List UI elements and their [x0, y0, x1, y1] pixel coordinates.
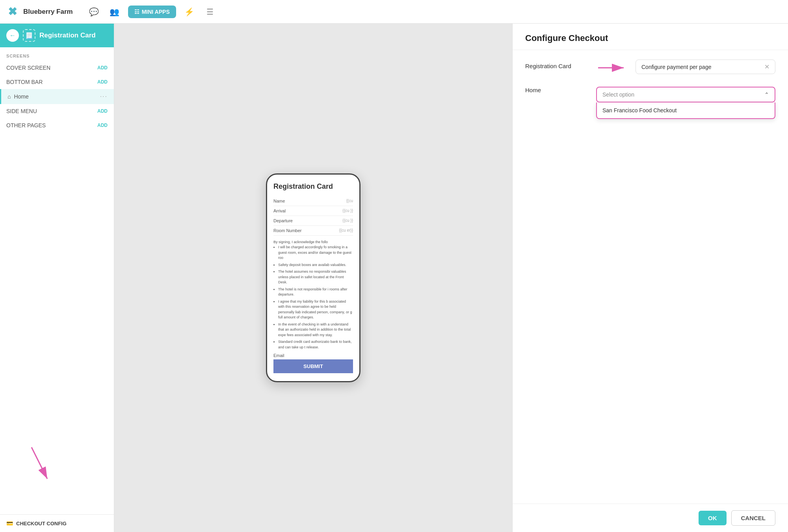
phone-field-name: Name {{cu [273, 196, 353, 206]
right-panel-footer: OK CANCEL [513, 504, 788, 532]
phone-content: Registration Card Name {{cu Arrival {{cu… [267, 175, 359, 381]
ok-button[interactable]: OK [699, 511, 727, 525]
home-dropdown-placeholder: Select option [602, 91, 634, 98]
phone-field-arrival-value: {{cu }} [342, 208, 353, 213]
home-item-menu-icon[interactable]: ··· [100, 93, 108, 100]
cover-screen-add-button[interactable]: ADD [97, 65, 108, 71]
clear-payment-button[interactable]: ✕ [764, 63, 769, 71]
registration-card-config-row: Registration Card Configure pay [525, 60, 775, 74]
home-row-label: Home [525, 84, 588, 93]
home-dropdown-trigger[interactable]: Select option ⌃ [596, 87, 775, 102]
right-panel-header: Configure Checkout [513, 24, 788, 50]
svg-line-1 [32, 447, 47, 479]
home-label: Home [14, 93, 28, 100]
dropdown-chevron-icon: ⌃ [764, 91, 769, 98]
cover-screen-label: COVER SCREEN [6, 65, 50, 71]
sidebar-item-home[interactable]: ⌂ Home ··· [0, 89, 114, 104]
sidebar-header: ← 📃 Registration Card [0, 24, 114, 47]
configure-payment-text: Configure payment per page [641, 64, 711, 70]
registration-card-row-label: Registration Card [525, 60, 588, 69]
phone-field-name-label: Name [273, 199, 285, 203]
back-button[interactable]: ← [6, 29, 19, 42]
home-item-left: ⌂ Home [7, 93, 29, 100]
home-config-value: Select option ⌃ San Francisco Food Check… [596, 84, 775, 102]
mini-apps-button[interactable]: ☷ MINI APPS [128, 6, 176, 18]
phone-preview-title: Registration Card [273, 182, 353, 191]
phone-submit-button[interactable]: SUBMIT [273, 359, 353, 373]
app-name: Blueberry Farm [23, 8, 73, 16]
phone-field-room-value: {{cu er}} [339, 228, 353, 233]
main-layout: ← 📃 Registration Card SCREENS COVER SCRE… [0, 24, 788, 532]
home-dropdown-container: Select option ⌃ San Francisco Food Check… [596, 87, 775, 102]
top-nav: ✖ Blueberry Farm 💬 👥 ☷ MINI APPS ⚡ ☰ [0, 0, 788, 24]
pink-right-arrow-annotation [596, 62, 628, 74]
home-dropdown-menu: San Francisco Food Checkout [596, 102, 775, 119]
checkout-config-label: CHECKOUT CONFIG [16, 521, 67, 526]
mini-apps-label: MINI APPS [142, 9, 170, 15]
sidebar-item-cover-screen[interactable]: COVER SCREEN ADD [0, 61, 114, 75]
lightning-icon[interactable]: ⚡ [182, 5, 197, 19]
pink-arrow-annotation [24, 443, 71, 491]
right-panel-body: Registration Card Configure pay [513, 50, 788, 504]
left-sidebar: ← 📃 Registration Card SCREENS COVER SCRE… [0, 24, 114, 532]
configure-payment-input[interactable]: Configure payment per page ✕ [636, 60, 775, 74]
screens-section-label: SCREENS [0, 47, 114, 61]
phone-field-departure: Departure {{cu }} [273, 216, 353, 226]
phone-field-departure-value: {{cu }} [342, 218, 353, 223]
registration-card-icon: 📃 [23, 29, 35, 42]
bottom-bar-label: BOTTOM BAR [6, 79, 43, 85]
dropdown-option-sf-food[interactable]: San Francisco Food Checkout [597, 102, 775, 118]
phone-field-departure-label: Departure [273, 218, 293, 223]
side-menu-add-button[interactable]: ADD [97, 108, 108, 114]
sidebar-item-other-pages[interactable]: OTHER PAGES ADD [0, 118, 114, 132]
phone-policy-text: By signing, I acknowledge the follo I wi… [273, 240, 353, 350]
other-pages-label: OTHER PAGES [6, 122, 46, 128]
phone-field-room-number: Room Number {{cu er}} [273, 226, 353, 236]
phone-field-arrival-label: Arrival [273, 208, 286, 213]
right-panel: Configure Checkout Registration Card [512, 24, 788, 532]
center-preview-area: Registration Card Name {{cu Arrival {{cu… [114, 24, 512, 532]
list-icon[interactable]: ☰ [203, 5, 217, 19]
phone-field-arrival: Arrival {{cu }} [273, 206, 353, 216]
chat-icon[interactable]: 💬 [87, 5, 101, 19]
other-pages-add-button[interactable]: ADD [97, 123, 108, 128]
back-arrow-icon: ← [9, 32, 16, 39]
checkout-config-footer[interactable]: 💳 CHECKOUT CONFIG [0, 514, 114, 532]
checkout-config-icon: 💳 [6, 520, 13, 526]
bottom-bar-add-button[interactable]: ADD [97, 79, 108, 85]
logo-icon: ✖ [8, 5, 17, 18]
registration-card-config-value: Configure payment per page ✕ [636, 60, 775, 74]
team-icon[interactable]: 👥 [108, 5, 122, 19]
sidebar-item-bottom-bar[interactable]: BOTTOM BAR ADD [0, 75, 114, 89]
phone-field-room-label: Room Number [273, 228, 302, 233]
side-menu-label: SIDE MENU [6, 108, 37, 114]
phone-mockup: Registration Card Name {{cu Arrival {{cu… [266, 173, 361, 383]
phone-email-label: Email [273, 353, 353, 358]
home-config-row: Home Select option ⌃ San Francisco Food … [525, 84, 775, 102]
cancel-button[interactable]: CANCEL [731, 510, 776, 526]
dropdown-option-sf-food-label: San Francisco Food Checkout [602, 107, 676, 113]
sidebar-title: Registration Card [39, 32, 96, 39]
home-icon: ⌂ [7, 93, 11, 100]
configure-checkout-title: Configure Checkout [525, 33, 775, 43]
phone-field-name-value: {{cu [346, 199, 353, 203]
sidebar-item-side-menu[interactable]: SIDE MENU ADD [0, 104, 114, 118]
mini-apps-grid-icon: ☷ [134, 9, 139, 15]
